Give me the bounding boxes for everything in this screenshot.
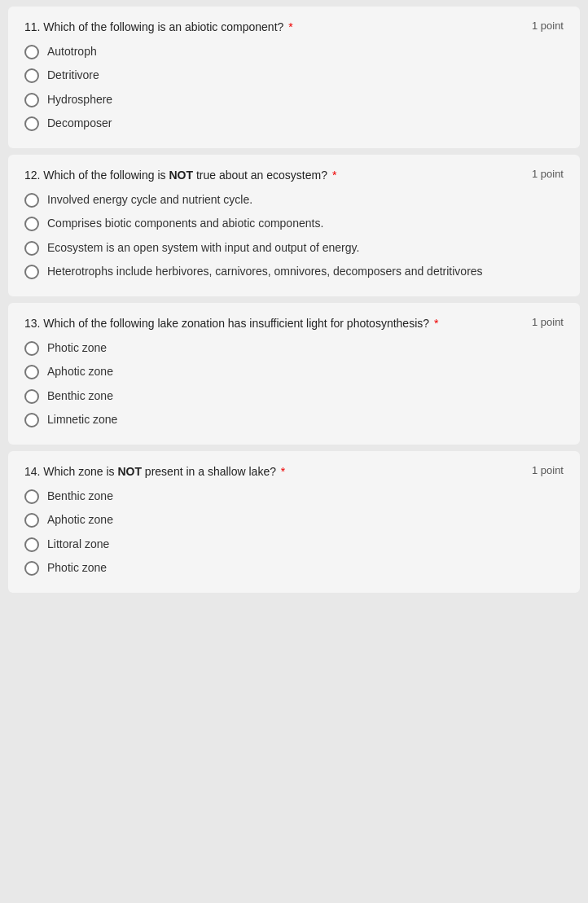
question-13-body: Which of the following lake zonation has… bbox=[43, 317, 429, 330]
question-12-text: 12. Which of the following is NOT true a… bbox=[24, 168, 522, 184]
option-11-2[interactable]: Detritivore bbox=[24, 68, 564, 84]
option-11-1[interactable]: Autotroph bbox=[24, 44, 564, 60]
option-label-11-4: Decomposer bbox=[47, 116, 112, 132]
option-label-14-4: Photic zone bbox=[47, 560, 107, 576]
question-11-points: 1 point bbox=[532, 20, 564, 32]
radio-14-4[interactable] bbox=[24, 561, 39, 576]
question-12-after: true about an ecosystem? bbox=[193, 169, 327, 182]
question-14-points: 1 point bbox=[532, 464, 564, 476]
radio-13-2[interactable] bbox=[24, 365, 39, 379]
radio-12-1[interactable] bbox=[24, 193, 39, 208]
option-label-12-1: Involved energy cycle and nutrient cycle… bbox=[47, 192, 252, 208]
option-11-4[interactable]: Decomposer bbox=[24, 116, 564, 132]
question-13-points: 1 point bbox=[532, 316, 564, 328]
radio-11-1[interactable] bbox=[24, 45, 39, 59]
question-13-text: 13. Which of the following lake zonation… bbox=[24, 316, 522, 332]
option-label-12-2: Comprises biotic components and abiotic … bbox=[47, 216, 323, 232]
option-label-11-1: Autotroph bbox=[47, 44, 97, 60]
radio-12-2[interactable] bbox=[24, 217, 39, 231]
option-label-12-4: Heterotrophs include herbivores, carnivo… bbox=[47, 264, 483, 280]
option-12-4[interactable]: Heterotrophs include herbivores, carnivo… bbox=[24, 264, 564, 280]
option-label-12-3: Ecosystem is an open system with input a… bbox=[47, 240, 359, 256]
radio-13-3[interactable] bbox=[24, 389, 39, 404]
radio-13-1[interactable] bbox=[24, 341, 39, 356]
option-14-3[interactable]: Littoral zone bbox=[24, 537, 564, 553]
option-14-2[interactable]: Aphotic zone bbox=[24, 512, 564, 528]
question-13: 13. Which of the following lake zonation… bbox=[8, 303, 580, 445]
option-14-4[interactable]: Photic zone bbox=[24, 560, 564, 576]
option-label-14-1: Benthic zone bbox=[47, 489, 113, 505]
radio-11-3[interactable] bbox=[24, 93, 39, 107]
question-12-bold: NOT bbox=[169, 169, 193, 182]
question-11-body: Which of the following is an abiotic com… bbox=[43, 20, 283, 33]
question-12-number: 12. bbox=[24, 169, 40, 182]
option-13-3[interactable]: Benthic zone bbox=[24, 388, 564, 405]
option-12-1[interactable]: Involved energy cycle and nutrient cycle… bbox=[24, 192, 564, 208]
option-label-14-2: Aphotic zone bbox=[47, 512, 113, 528]
question-14-text: 14. Which zone is NOT present in a shall… bbox=[24, 464, 522, 480]
option-label-11-2: Detritivore bbox=[47, 68, 99, 84]
question-14-before: Which zone is bbox=[43, 465, 117, 478]
option-11-3[interactable]: Hydrosphere bbox=[24, 92, 564, 108]
option-13-1[interactable]: Photic zone bbox=[24, 340, 564, 357]
question-11-number: 11. bbox=[24, 20, 40, 33]
radio-12-4[interactable] bbox=[24, 265, 39, 279]
question-12-before: Which of the following is bbox=[43, 169, 169, 182]
option-label-13-3: Benthic zone bbox=[47, 388, 113, 405]
question-11: 11. Which of the following is an abiotic… bbox=[8, 7, 580, 148]
radio-11-2[interactable] bbox=[24, 68, 39, 83]
question-14: 14. Which zone is NOT present in a shall… bbox=[8, 451, 580, 593]
radio-14-2[interactable] bbox=[24, 513, 39, 528]
question-12-required: * bbox=[332, 169, 336, 182]
radio-13-4[interactable] bbox=[24, 413, 39, 427]
option-12-3[interactable]: Ecosystem is an open system with input a… bbox=[24, 240, 564, 256]
question-14-number: 14. bbox=[24, 465, 40, 478]
question-14-bold: NOT bbox=[117, 465, 142, 478]
option-label-13-4: Limnetic zone bbox=[47, 412, 117, 428]
question-13-number: 13. bbox=[24, 317, 40, 330]
question-11-text: 11. Which of the following is an abiotic… bbox=[24, 20, 522, 36]
option-13-2[interactable]: Aphotic zone bbox=[24, 364, 564, 380]
radio-14-1[interactable] bbox=[24, 489, 39, 504]
option-label-13-1: Photic zone bbox=[47, 340, 107, 357]
radio-14-3[interactable] bbox=[24, 537, 39, 552]
question-11-required: * bbox=[288, 20, 292, 33]
option-12-2[interactable]: Comprises biotic components and abiotic … bbox=[24, 216, 564, 232]
radio-11-4[interactable] bbox=[24, 116, 39, 131]
radio-12-3[interactable] bbox=[24, 241, 39, 256]
question-13-required: * bbox=[434, 317, 438, 330]
option-label-14-3: Littoral zone bbox=[47, 537, 109, 553]
option-14-1[interactable]: Benthic zone bbox=[24, 489, 564, 505]
question-14-after: present in a shallow lake? bbox=[142, 465, 276, 478]
question-14-required: * bbox=[281, 465, 285, 478]
option-13-4[interactable]: Limnetic zone bbox=[24, 412, 564, 428]
question-12: 12. Which of the following is NOT true a… bbox=[8, 155, 580, 296]
option-label-13-2: Aphotic zone bbox=[47, 364, 113, 380]
question-12-points: 1 point bbox=[532, 168, 564, 180]
option-label-11-3: Hydrosphere bbox=[47, 92, 112, 108]
